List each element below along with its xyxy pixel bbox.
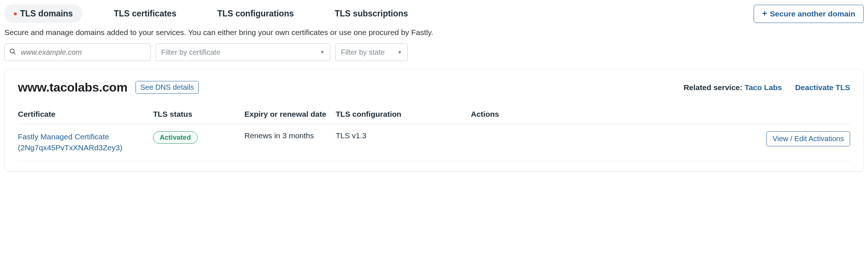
th-tls-status: TLS status (153, 110, 244, 119)
related-service-link[interactable]: Taco Labs (745, 83, 782, 92)
secure-another-domain-button[interactable]: + Secure another domain (754, 5, 864, 23)
tab-tls-certificates[interactable]: TLS certificates (104, 4, 186, 23)
certificate-link[interactable]: Fastly Managed Certificate (2Ng7qx45PvTx… (18, 131, 153, 154)
table-row: Fastly Managed Certificate (2Ng7qx45PvTx… (18, 124, 850, 161)
button-label: Secure another domain (770, 9, 855, 18)
th-certificate: Certificate (18, 110, 153, 119)
plus-icon: + (762, 9, 767, 18)
th-actions: Actions (471, 110, 850, 119)
status-badge: Activated (153, 131, 198, 144)
expiry-value: Renews in 3 months (244, 131, 336, 140)
tab-label: TLS configurations (217, 9, 294, 19)
filter-by-certificate-select[interactable]: Filter by certificate ▼ (156, 43, 330, 61)
domain-search-input[interactable] (4, 43, 151, 61)
tab-tls-configurations[interactable]: TLS configurations (208, 4, 304, 23)
chevron-down-icon: ▼ (397, 49, 402, 55)
deactivate-tls-link[interactable]: Deactivate TLS (795, 83, 850, 92)
certificates-table: Certificate TLS status Expiry or renewal… (18, 105, 850, 161)
select-placeholder: Filter by state (341, 48, 385, 57)
page-description: Secure and manage domains added to your … (4, 28, 864, 37)
tab-tls-domains[interactable]: TLS domains (4, 4, 82, 23)
th-tls-configuration: TLS configuration (336, 110, 471, 119)
view-edit-activations-button[interactable]: View / Edit Activations (766, 131, 850, 146)
tab-tls-subscriptions[interactable]: TLS subscriptions (325, 4, 418, 23)
status-dot-icon (14, 12, 17, 15)
tab-label: TLS certificates (114, 9, 176, 19)
certificate-name: Fastly Managed Certificate (18, 132, 109, 141)
related-service-label: Related service: (684, 83, 742, 92)
th-expiry: Expiry or renewal date (244, 110, 336, 119)
tab-label: TLS subscriptions (335, 9, 408, 19)
search-input-wrapper (4, 43, 151, 61)
filter-by-state-select[interactable]: Filter by state ▼ (335, 43, 408, 61)
tls-config-value: TLS v1.3 (336, 131, 471, 140)
see-dns-details-button[interactable]: See DNS details (136, 81, 199, 94)
certificate-id: (2Ng7qx45PvTxXNARd3Zey3) (18, 143, 122, 152)
chevron-down-icon: ▼ (320, 49, 325, 55)
table-header-row: Certificate TLS status Expiry or renewal… (18, 105, 850, 124)
tab-label: TLS domains (20, 9, 73, 19)
related-service: Related service: Taco Labs (684, 83, 782, 92)
domain-card: www.tacolabs.com See DNS details Related… (4, 69, 864, 172)
tabs-container: TLS domains TLS certificates TLS configu… (4, 4, 418, 23)
select-placeholder: Filter by certificate (161, 48, 220, 57)
filters-row: Filter by certificate ▼ Filter by state … (4, 43, 864, 61)
domain-name-title: www.tacolabs.com (18, 80, 127, 94)
